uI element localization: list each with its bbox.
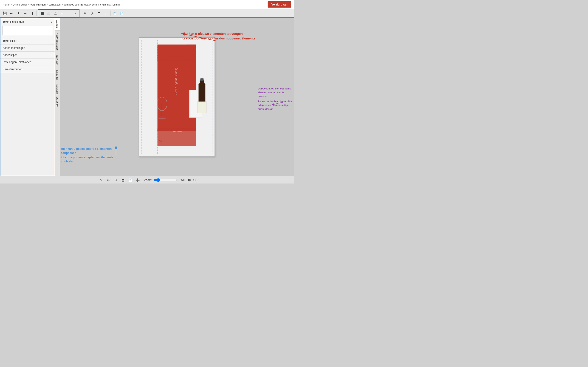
panel-section-tekeninstellingen: Tekeninstellingen ∨ [0, 18, 55, 37]
alineastijlen-label: Alineastijlen [3, 53, 17, 57]
tekeninstellingen-label: Tekeninstellingen [3, 20, 24, 23]
svg-text:П: П [196, 47, 199, 51]
paste-page-button[interactable]: 📄 [119, 10, 125, 17]
left-panel: Tekeninstellingen ∨ Tekenstijlen › Aline… [0, 18, 55, 176]
panel-section-alinea: Alinea-instellingen › [0, 44, 55, 52]
tab-waarschuwingen[interactable]: WAARSCHUWINGEN [55, 82, 60, 109]
tab-afbeeldingen[interactable]: AFBEELDINGEN [55, 30, 60, 53]
callout-right: Dubbelklik op een bestaand element om he… [258, 87, 292, 111]
tekstkader-header[interactable]: Instellingen Tekstkader › [0, 59, 55, 66]
status-add-page-button[interactable]: ➕ [135, 177, 141, 183]
svg-rect-15 [197, 102, 207, 113]
callout-right-line1: Dubbelklik op een bestaand [258, 87, 292, 91]
svg-rect-14 [200, 78, 204, 81]
tab-tekst[interactable]: TEKST [55, 18, 60, 30]
spacer-button[interactable]: ▐ [29, 10, 35, 17]
panel-section-tekenstijlen: Tekenstijlen › [0, 37, 55, 44]
tekeninstellingen-header[interactable]: Tekeninstellingen ∨ [0, 18, 55, 25]
tab-vormen[interactable]: VORMEN [55, 53, 60, 68]
chevron-right-icon-5: › [52, 68, 52, 71]
chevron-down-icon: ∨ [51, 21, 52, 23]
breadcrumb-editor[interactable]: Online Editor [13, 3, 27, 6]
undo-button[interactable]: ↩ [8, 10, 15, 17]
toolbar-separator-3 [110, 10, 111, 16]
callout-bottom-left-line2: ici vous pouvez adapter les éléments cho… [61, 155, 125, 164]
callout-top-right-line2: ici vous pouvez rajouter des nouveaux él… [182, 36, 255, 41]
breadcrumb: Home » Online Editor » Verpakkingen » Wi… [3, 3, 120, 6]
image-frame-button[interactable]: ⬜ [45, 10, 52, 17]
breadcrumb-home[interactable]: Home [3, 3, 9, 6]
chevron-right-icon-2: › [52, 47, 52, 49]
callout-right-line6: sur le design [258, 107, 292, 111]
status-page-button[interactable]: 📄 [128, 177, 133, 183]
chevron-right-icon-4: › [52, 61, 52, 64]
copy-page-button[interactable]: 📋 [112, 10, 118, 17]
verdergaan-button[interactable]: Verdergaan [268, 1, 291, 8]
zoom-in-icon[interactable]: ⊕ [188, 178, 191, 182]
rectangle-button[interactable]: ▭ [59, 10, 65, 17]
svg-text:↑: ↑ [174, 144, 176, 147]
breadcrumb-verpakkingen[interactable]: Verpakkingen [30, 3, 46, 6]
chevron-right-icon-1: › [52, 40, 52, 42]
callout-top-right: Hier kan u nieuwe elementen toevoegen ic… [182, 32, 255, 41]
tekenstijlen-header[interactable]: Tekenstijlen › [0, 37, 55, 44]
undo-down-button[interactable]: ⬍ [15, 10, 22, 17]
alinea-instellingen-label: Alinea-instellingen [3, 46, 25, 50]
svg-rect-7 [157, 128, 196, 146]
svg-point-11 [158, 118, 166, 119]
svg-text:Decor Digital Printing: Decor Digital Printing [174, 67, 178, 95]
zoom-label: Zoom: [144, 178, 152, 182]
callout-top-right-line1: Hier kan u nieuwe elementen toevoegen [182, 32, 255, 36]
shape-tools-group: ⬛ ⬜ △ ▭ ○ ╱ [38, 9, 79, 17]
chevron-right-icon-3: › [52, 54, 52, 56]
tab-kaders[interactable]: KADERS [55, 68, 60, 82]
alineastijlen-header[interactable]: Alineastijlen › [0, 52, 55, 58]
svg-rect-4 [187, 44, 196, 51]
zoom-out-icon[interactable]: ⊖ [193, 178, 196, 182]
callout-right-line2: element om het aan te [258, 91, 292, 94]
alinea-instellingen-header[interactable]: Alinea-instellingen › [0, 44, 55, 51]
callout-bottom-left: Hier kan u geselecteerde elementen aanpa… [61, 147, 125, 164]
panel-section-karaktervormen: Karaktervormen › [0, 66, 55, 73]
panel-section-alineastijlen: Alineastijlen › [0, 52, 55, 59]
callout-right-line3: passen [258, 94, 292, 98]
line-button[interactable]: ╱ [72, 10, 78, 17]
toolbar-separator-1 [36, 10, 37, 16]
save-button[interactable]: 💾 [1, 10, 8, 17]
redo-button[interactable]: ↪ [22, 10, 28, 17]
callout-bottom-left-line1: Hier kan u geselecteerde elementen aanpa… [61, 147, 125, 155]
top-nav: Home » Online Editor » Verpakkingen » Wi… [0, 0, 294, 9]
breadcrumb-wijndozen[interactable]: Wijndozen [49, 3, 61, 6]
status-save-button[interactable]: ⬒ [120, 177, 126, 183]
status-edit-button[interactable]: ✎ [98, 177, 104, 183]
zoom-percent: 35% [180, 178, 185, 182]
status-copy-button[interactable]: ⊙ [106, 177, 111, 183]
callout-right-line4: Faites un double clique pour [258, 100, 292, 103]
svg-text:→: → [194, 130, 196, 133]
toolbar: 💾 ↩ ⬍ ↪ ▐ ⬛ ⬜ △ ▭ ○ ╱ ↖ ↗ T ↕ 📋 📄 [0, 9, 294, 18]
resize-button[interactable]: ↕ [103, 10, 109, 17]
select-button[interactable]: ↖ [82, 10, 88, 17]
toolbar-separator-2 [81, 10, 81, 16]
karaktervormen-header[interactable]: Karaktervormen › [0, 66, 55, 73]
svg-text:www.2dp.be: www.2dp.be [173, 131, 182, 133]
karaktervormen-label: Karaktervormen [3, 68, 22, 71]
text-input-area[interactable] [2, 26, 53, 35]
design-preview[interactable]: Decor Digital Printing П [139, 37, 215, 157]
status-refresh-button[interactable]: ↺ [113, 177, 119, 183]
breadcrumb-current: Wijndoos voor Bordeaux 75mm x 75mm x 305… [64, 3, 120, 6]
svg-text:+: + [160, 140, 162, 142]
main-layout: Tekeninstellingen ∨ Tekenstijlen › Aline… [0, 18, 294, 176]
status-bar: ✎ ⊙ ↺ ⬒ 📄 ➕ Zoom: 35% ⊕ ⊖ [0, 176, 294, 184]
zoom-slider[interactable] [154, 178, 177, 182]
panel-section-tekstkader: Instellingen Tekstkader › [0, 59, 55, 66]
embed-button[interactable]: ⬛ [39, 10, 45, 17]
circle-button[interactable]: ○ [65, 10, 72, 17]
tekstkader-label: Instellingen Tekstkader [3, 60, 31, 64]
tekenstijlen-label: Tekenstijlen [3, 39, 17, 42]
triangle-button[interactable]: △ [52, 10, 59, 17]
select-alt-button[interactable]: ↗ [89, 10, 95, 17]
text-tool-button[interactable]: T [96, 10, 102, 17]
canvas-area[interactable]: Decor Digital Printing П [60, 18, 294, 176]
callout-right-line5: adapter les éléments déjà [258, 103, 292, 107]
